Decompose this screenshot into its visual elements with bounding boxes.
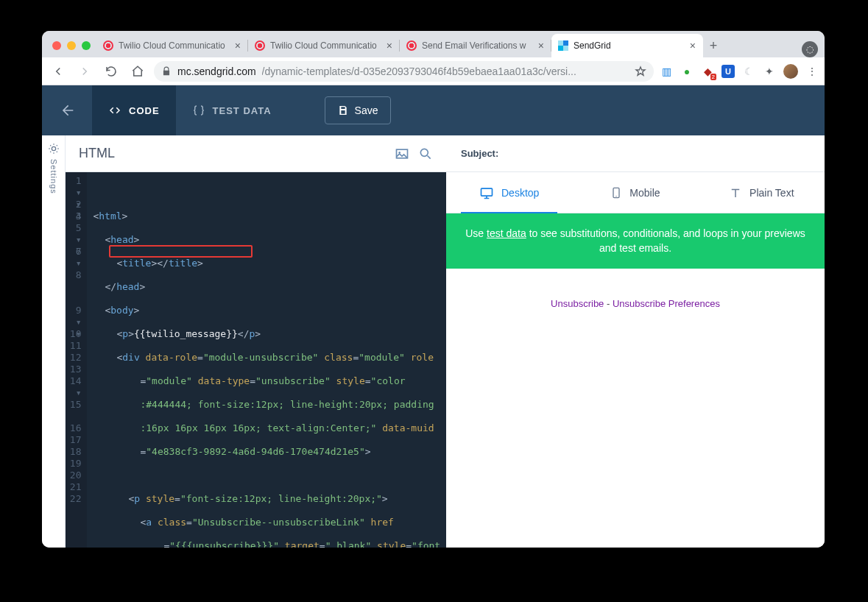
favicon-twilio-icon (102, 40, 114, 52)
browser-toolbar: mc.sendgrid.com /dynamic-templates/d-035… (42, 57, 825, 85)
code-area[interactable]: <html> <head> <title></title> </head> <b… (87, 172, 446, 548)
view-tab-desktop[interactable]: Desktop (446, 172, 572, 213)
browser-tab-0[interactable]: Twilio Cloud Communicatio × (96, 34, 248, 57)
window-controls (48, 41, 96, 57)
url-path: /dynamic-templates/d-035e2093793046f4b59… (262, 65, 629, 77)
extensions-area: ▥ ● ◆2 U ☾ ✦ ⋮ (660, 64, 819, 79)
profile-avatar[interactable] (783, 64, 798, 79)
editor-header: HTML (66, 135, 446, 172)
minimize-window-button[interactable] (67, 41, 76, 50)
close-window-button[interactable] (52, 41, 61, 50)
browser-tabs: Twilio Cloud Communicatio × Twilio Cloud… (96, 31, 795, 57)
save-icon (337, 105, 349, 116)
extension-icon[interactable]: ◆2 (701, 65, 714, 78)
svg-point-2 (420, 149, 428, 156)
code-icon (108, 104, 121, 117)
extension-icon[interactable]: U (721, 65, 735, 78)
browser-titlebar: Twilio Cloud Communicatio × Twilio Cloud… (42, 31, 825, 57)
tab-test-data[interactable]: TEST DATA (176, 85, 288, 135)
extension-icon[interactable]: ▥ (660, 65, 673, 78)
app-body: Settings HTML 1 ▾ 2 ▾ 3 (42, 135, 825, 548)
browser-tab-3[interactable]: SendGrid × (551, 34, 703, 57)
extensions-puzzle-icon[interactable]: ✦ (763, 65, 776, 78)
line-gutter: 1 ▾ 2 ▾ 3 4 5 ▾ 6 7 ▾ 8 9 ▾ 10 ▾ 11 (66, 172, 87, 548)
tab-title: Twilio Cloud Communicatio (119, 40, 229, 51)
close-tab-icon[interactable]: × (385, 40, 394, 51)
editor-header-label: HTML (79, 146, 386, 161)
preview-pane: Subject: Desktop Mobile (446, 135, 825, 548)
url-host: mc.sendgrid.com (177, 65, 256, 77)
save-button-label: Save (355, 105, 378, 116)
view-tab-mobile[interactable]: Mobile (572, 172, 698, 213)
nav-forward-button[interactable] (74, 61, 95, 82)
home-button[interactable] (127, 61, 148, 82)
favicon-twilio-icon (406, 40, 417, 52)
browser-tab-1[interactable]: Twilio Cloud Communicatio × (248, 34, 400, 57)
save-button[interactable]: Save (325, 96, 391, 124)
view-tab-label: Desktop (501, 187, 539, 199)
text-icon (729, 186, 742, 199)
preview-view-tabs: Desktop Mobile Plain Text (446, 172, 825, 213)
editor-pane: HTML 1 ▾ 2 ▾ 3 4 5 ▾ 6 (66, 135, 446, 548)
close-tab-icon[interactable]: × (537, 40, 546, 51)
braces-icon (192, 104, 205, 117)
browser-menu-icon[interactable]: ⋮ (805, 65, 819, 78)
browser-window: Twilio Cloud Communicatio × Twilio Cloud… (42, 31, 825, 548)
favicon-sendgrid-icon (557, 40, 569, 52)
account-icon[interactable]: ◌ (802, 41, 818, 57)
app-content: CODE TEST DATA Save (42, 85, 825, 548)
svg-point-5 (616, 196, 617, 196)
tab-code-label: CODE (129, 105, 160, 116)
unsubscribe-preferences-link[interactable]: Unsubscribe Preferences (613, 298, 720, 309)
view-tab-plain-text[interactable]: Plain Text (699, 172, 825, 213)
extension-icon[interactable]: ☾ (742, 65, 755, 78)
close-tab-icon[interactable]: × (233, 40, 242, 51)
tab-title: SendGrid (574, 40, 684, 51)
test-data-link[interactable]: test data (487, 227, 526, 239)
address-bar[interactable]: mc.sendgrid.com /dynamic-templates/d-035… (154, 61, 654, 82)
subject-row: Subject: (446, 135, 825, 172)
lock-icon (161, 66, 172, 77)
new-tab-button[interactable]: + (703, 35, 724, 56)
view-tab-label: Mobile (629, 187, 660, 199)
desktop-icon (479, 185, 494, 200)
mobile-icon (610, 185, 622, 200)
maximize-window-button[interactable] (82, 41, 91, 50)
gear-icon (48, 143, 60, 155)
tab-code[interactable]: CODE (92, 85, 176, 135)
reload-button[interactable] (101, 61, 121, 82)
image-icon[interactable] (395, 146, 409, 161)
code-highlight (109, 245, 253, 258)
settings-label: Settings (49, 159, 58, 194)
extension-icon[interactable]: ● (680, 65, 694, 78)
favicon-twilio-icon (254, 40, 266, 52)
editor-back-button[interactable] (42, 85, 92, 135)
email-preview: Unsubscribe - Unsubscribe Preferences (446, 269, 825, 548)
tab-testdata-label: TEST DATA (213, 105, 272, 116)
bookmark-star-icon[interactable] (635, 65, 646, 77)
subject-label: Subject: (461, 148, 498, 159)
close-tab-icon[interactable]: × (688, 40, 697, 51)
browser-tab-2[interactable]: Send Email Verifications w × (400, 34, 551, 57)
test-data-banner: Use test data to see substitutions, cond… (446, 213, 825, 269)
search-icon[interactable] (418, 146, 433, 161)
tab-title: Twilio Cloud Communicatio (270, 40, 381, 51)
code-editor[interactable]: 1 ▾ 2 ▾ 3 4 5 ▾ 6 7 ▾ 8 9 ▾ 10 ▾ 11 (66, 172, 446, 548)
unsubscribe-link[interactable]: Unsubscribe (551, 298, 604, 309)
view-tab-label: Plain Text (749, 187, 794, 199)
tab-title: Send Email Verifications w (422, 40, 532, 51)
app-toolbar: CODE TEST DATA Save (42, 85, 825, 135)
nav-back-button[interactable] (48, 61, 68, 82)
settings-sidebar[interactable]: Settings (42, 135, 66, 548)
svg-rect-3 (481, 188, 492, 196)
